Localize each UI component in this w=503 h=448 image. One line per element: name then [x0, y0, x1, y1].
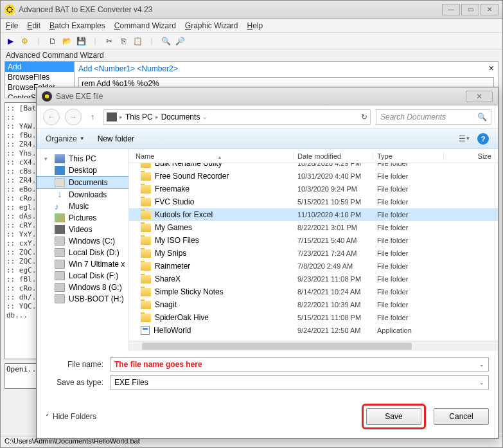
- filename-input[interactable]: The file name goes here ⌄: [110, 357, 489, 372]
- cut-icon[interactable]: ✂: [103, 35, 115, 47]
- tree-item[interactable]: Local Disk (D:): [37, 247, 128, 258]
- sep: |: [146, 35, 157, 47]
- tree-this-pc[interactable]: ▾ This PC: [37, 153, 128, 165]
- file-row[interactable]: ShareX9/23/2021 11:08 PMFile folder: [129, 273, 498, 285]
- file-row[interactable]: Kutools for Excel11/10/2020 4:10 PMFile …: [129, 208, 498, 221]
- new-icon[interactable]: 🗋: [47, 35, 58, 47]
- file-row[interactable]: Simple Sticky Notes8/14/2021 10:24 AMFil…: [129, 285, 498, 298]
- build-icon[interactable]: ⚙: [19, 35, 30, 47]
- tree-item[interactable]: Local Disk (F:): [37, 270, 128, 282]
- menu-help[interactable]: Help: [247, 21, 263, 30]
- search-icon: 🔍: [477, 112, 487, 121]
- file-row[interactable]: Freemake10/3/2020 9:24 PMFile folder: [129, 183, 498, 195]
- file-row[interactable]: Bulk Rename Utility10/28/2020 4:29 PMFil…: [129, 163, 498, 170]
- down-icon: ↓: [55, 190, 65, 199]
- tree-item[interactable]: Pictures: [37, 212, 128, 224]
- folder-icon: [141, 262, 151, 271]
- column-type[interactable]: Type: [373, 152, 444, 160]
- breadcrumb[interactable]: ▸ This PC ▸ Documents ⌄ ↻: [103, 109, 371, 125]
- folder-icon: [141, 249, 151, 258]
- wizard-close-icon[interactable]: ×: [489, 63, 494, 73]
- forward-button[interactable]: →: [65, 109, 82, 125]
- navigation-sidebar: ▾ This PC DesktopDocuments↓Downloads♪Mus…: [37, 149, 129, 351]
- file-row[interactable]: My Games8/22/2021 3:01 PMFile folder: [129, 221, 498, 234]
- menu-graphic-wizard[interactable]: Graphic Wizard: [185, 21, 238, 30]
- maximize-button[interactable]: ▭: [461, 4, 479, 15]
- file-row[interactable]: Rainmeter7/8/2020 2:49 AMFile folder: [129, 260, 498, 273]
- wizard-item[interactable]: BrowseFiles: [5, 72, 74, 82]
- new-folder-button[interactable]: New folder: [98, 134, 134, 143]
- music-icon: ♪: [55, 202, 65, 211]
- folder-icon: [141, 198, 151, 206]
- sort-asc-icon: ▴: [218, 154, 221, 160]
- tree-item[interactable]: Videos: [37, 224, 128, 235]
- file-list: Name▴ Date modified Type Size Bulk Renam…: [129, 149, 498, 351]
- tree-item[interactable]: USB-BOOT (H:): [37, 293, 128, 305]
- hide-folders-button[interactable]: ˄ Hide Folders: [46, 412, 96, 421]
- main-toolbar: ▶ ⚙ | 🗋 📂 💾 | ✂ ⎘ 📋 | 🔍 🔎: [1, 33, 502, 49]
- pc-icon: [107, 112, 117, 121]
- close-button[interactable]: ✕: [481, 4, 499, 15]
- tree-item[interactable]: Win 7 Ultimate x: [37, 258, 128, 270]
- column-size[interactable]: Size: [444, 152, 498, 160]
- breadcrumb-item[interactable]: This PC: [125, 112, 153, 121]
- file-row[interactable]: Snagit8/22/2021 10:39 AMFile folder: [129, 298, 498, 311]
- menu-batch-examples[interactable]: Batch Examples: [49, 21, 105, 30]
- wizard-label: Advanced Command Wizard: [1, 49, 502, 61]
- disk-icon: [55, 283, 65, 292]
- dialog-close-button[interactable]: ✕: [466, 91, 493, 102]
- dropdown-icon[interactable]: ⌄: [479, 379, 484, 386]
- save-button-highlight: Save: [362, 404, 426, 429]
- tree-item[interactable]: Documents: [37, 176, 128, 189]
- file-row[interactable]: My Snips7/23/2021 7:24 AMFile folder: [129, 247, 498, 260]
- tree-item[interactable]: ↓Downloads: [37, 189, 128, 201]
- folder-icon: [141, 172, 151, 181]
- dropdown-icon[interactable]: ⌄: [479, 361, 484, 368]
- menu-command-wizard[interactable]: Command Wizard: [114, 21, 176, 30]
- column-name[interactable]: Name▴: [129, 152, 294, 160]
- paste-icon[interactable]: 📋: [132, 35, 143, 47]
- file-row[interactable]: FVC Studio5/15/2021 10:59 PMFile folder: [129, 195, 498, 208]
- up-button[interactable]: ↑: [87, 111, 98, 123]
- vid-icon: [55, 225, 65, 234]
- file-row[interactable]: HelloWorld9/24/2021 12:50 AMApplication: [129, 324, 498, 337]
- zoom-out-icon[interactable]: 🔎: [174, 35, 186, 47]
- file-row[interactable]: SpiderOak Hive5/15/2021 11:08 PMFile fol…: [129, 311, 498, 324]
- saveas-type-select[interactable]: EXE Files ⌄: [110, 375, 489, 390]
- tree-item[interactable]: Windows 8 (G:): [37, 282, 128, 293]
- dialog-icon: [42, 91, 52, 102]
- zoom-in-icon[interactable]: 🔍: [160, 35, 172, 47]
- file-row[interactable]: My ISO Files7/15/2021 5:40 AMFile folder: [129, 234, 498, 247]
- open-icon[interactable]: 📂: [61, 35, 73, 47]
- horizontal-scrollbar[interactable]: [129, 341, 498, 351]
- tree-item[interactable]: Windows (C:): [37, 235, 128, 247]
- view-options-button[interactable]: ☰ ▼: [458, 133, 471, 145]
- back-button[interactable]: ←: [43, 109, 60, 125]
- folder-icon: [141, 185, 151, 193]
- copy-icon[interactable]: ⎘: [118, 35, 129, 47]
- tree-item[interactable]: ♪Music: [37, 201, 128, 212]
- help-icon[interactable]: ?: [477, 133, 489, 145]
- cancel-button[interactable]: Cancel: [434, 408, 489, 425]
- folder-icon: [141, 275, 151, 283]
- menu-file[interactable]: File: [6, 21, 18, 30]
- column-date[interactable]: Date modified: [294, 152, 373, 160]
- organize-button[interactable]: Organize▼: [46, 134, 85, 143]
- expand-icon[interactable]: ▾: [44, 156, 51, 162]
- breadcrumb-item[interactable]: Documents: [161, 112, 200, 121]
- folder-icon: [141, 237, 151, 245]
- menu-edit[interactable]: Edit: [27, 21, 40, 30]
- save-icon[interactable]: 💾: [75, 35, 87, 47]
- list-header: Name▴ Date modified Type Size: [129, 149, 498, 163]
- file-row[interactable]: Free Sound Recorder10/31/2020 4:40 PMFil…: [129, 170, 498, 183]
- minimize-button[interactable]: —: [442, 4, 460, 15]
- save-button[interactable]: Save: [366, 408, 421, 425]
- tree-item[interactable]: Desktop: [37, 165, 128, 176]
- compile-icon[interactable]: ▶: [4, 35, 16, 47]
- breadcrumb-dropdown-icon[interactable]: ⌄: [202, 114, 207, 120]
- search-input[interactable]: Search Documents 🔍: [376, 109, 491, 125]
- wizard-item[interactable]: Add: [5, 62, 74, 72]
- app-icon: [141, 326, 150, 335]
- refresh-icon[interactable]: ↻: [361, 112, 367, 121]
- save-dialog: Save EXE file ✕ ← → ↑ ▸ This PC ▸ Docume…: [36, 87, 499, 439]
